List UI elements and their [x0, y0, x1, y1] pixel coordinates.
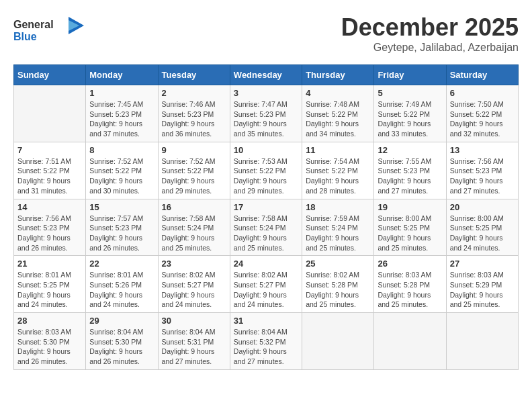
day-info: Sunrise: 7:49 AMSunset: 5:22 PMDaylight:… [378, 99, 442, 139]
day-number: 30 [162, 316, 226, 326]
day-info: Sunrise: 7:58 AMSunset: 5:24 PMDaylight:… [162, 214, 226, 253]
day-info: Sunrise: 7:53 AMSunset: 5:22 PMDaylight:… [234, 156, 298, 196]
calendar-cell: 10Sunrise: 7:53 AMSunset: 5:22 PMDayligh… [230, 142, 302, 199]
day-number: 7 [17, 145, 82, 155]
day-number: 19 [378, 202, 442, 212]
day-number: 12 [378, 145, 442, 155]
day-info: Sunrise: 7:57 AMSunset: 5:23 PMDaylight:… [89, 214, 154, 253]
day-number: 23 [162, 259, 226, 269]
day-number: 5 [378, 88, 442, 98]
title-section: December 2025 Geytepe, Jalilabad, Azerba… [341, 13, 519, 54]
day-info: Sunrise: 7:56 AMSunset: 5:23 PMDaylight:… [450, 156, 515, 196]
day-info: Sunrise: 7:50 AMSunset: 5:22 PMDaylight:… [450, 99, 515, 139]
day-info: Sunrise: 8:02 AMSunset: 5:27 PMDaylight:… [162, 270, 226, 310]
svg-text:Blue: Blue [13, 31, 37, 42]
day-number: 6 [450, 88, 515, 98]
day-info: Sunrise: 8:00 AMSunset: 5:25 PMDaylight:… [378, 214, 442, 253]
calendar-cell [374, 313, 446, 370]
calendar-cell [446, 313, 518, 370]
day-number: 18 [306, 202, 370, 212]
day-number: 31 [234, 316, 298, 326]
calendar-cell [302, 313, 374, 370]
weekday-header-saturday: Saturday [446, 65, 518, 85]
weekday-header-friday: Friday [374, 65, 446, 85]
calendar-cell: 30Sunrise: 8:04 AMSunset: 5:31 PMDayligh… [158, 313, 230, 370]
day-number: 11 [306, 145, 370, 155]
calendar-cell: 6Sunrise: 7:50 AMSunset: 5:22 PMDaylight… [446, 85, 518, 142]
day-info: Sunrise: 8:03 AMSunset: 5:30 PMDaylight:… [17, 327, 82, 367]
day-number: 21 [17, 259, 82, 269]
day-info: Sunrise: 8:02 AMSunset: 5:27 PMDaylight:… [234, 270, 298, 310]
calendar-week-row: 1Sunrise: 7:45 AMSunset: 5:23 PMDaylight… [14, 85, 519, 142]
calendar-table: SundayMondayTuesdayWednesdayThursdayFrid… [13, 64, 519, 370]
calendar-cell: 15Sunrise: 7:57 AMSunset: 5:23 PMDayligh… [86, 199, 158, 256]
weekday-header-sunday: Sunday [14, 65, 86, 85]
calendar-cell: 11Sunrise: 7:54 AMSunset: 5:22 PMDayligh… [302, 142, 374, 199]
day-info: Sunrise: 7:52 AMSunset: 5:22 PMDaylight:… [89, 156, 154, 196]
calendar-cell: 18Sunrise: 7:59 AMSunset: 5:24 PMDayligh… [302, 199, 374, 256]
day-info: Sunrise: 7:45 AMSunset: 5:23 PMDaylight:… [89, 99, 154, 139]
day-info: Sunrise: 8:04 AMSunset: 5:30 PMDaylight:… [89, 327, 154, 367]
weekday-header-tuesday: Tuesday [158, 65, 230, 85]
calendar-cell: 27Sunrise: 8:03 AMSunset: 5:29 PMDayligh… [446, 256, 518, 313]
day-info: Sunrise: 7:59 AMSunset: 5:24 PMDaylight:… [306, 214, 370, 253]
day-number: 13 [450, 145, 515, 155]
day-info: Sunrise: 8:02 AMSunset: 5:28 PMDaylight:… [306, 270, 370, 310]
day-number: 22 [89, 259, 154, 269]
day-number: 2 [162, 88, 226, 98]
calendar-cell: 26Sunrise: 8:03 AMSunset: 5:28 PMDayligh… [374, 256, 446, 313]
day-number: 10 [234, 145, 298, 155]
day-info: Sunrise: 8:03 AMSunset: 5:28 PMDaylight:… [378, 270, 442, 310]
calendar-cell: 7Sunrise: 7:51 AMSunset: 5:22 PMDaylight… [14, 142, 86, 199]
day-info: Sunrise: 7:46 AMSunset: 5:23 PMDaylight:… [162, 99, 226, 139]
day-info: Sunrise: 8:04 AMSunset: 5:31 PMDaylight:… [162, 327, 226, 367]
svg-text:General: General [13, 19, 54, 30]
day-info: Sunrise: 7:47 AMSunset: 5:23 PMDaylight:… [234, 99, 298, 139]
day-number: 4 [306, 88, 370, 98]
day-info: Sunrise: 7:52 AMSunset: 5:22 PMDaylight:… [162, 156, 226, 196]
logo: General Blue [13, 13, 87, 50]
calendar-cell: 31Sunrise: 8:04 AMSunset: 5:32 PMDayligh… [230, 313, 302, 370]
day-number: 26 [378, 259, 442, 269]
day-number: 14 [17, 202, 82, 212]
day-number: 9 [162, 145, 226, 155]
calendar-week-row: 14Sunrise: 7:56 AMSunset: 5:23 PMDayligh… [14, 199, 519, 256]
day-number: 17 [234, 202, 298, 212]
weekday-header-thursday: Thursday [302, 65, 374, 85]
page-header: General Blue December 2025 Geytepe, Jali… [13, 13, 519, 54]
calendar-cell: 8Sunrise: 7:52 AMSunset: 5:22 PMDaylight… [86, 142, 158, 199]
calendar-cell: 24Sunrise: 8:02 AMSunset: 5:27 PMDayligh… [230, 256, 302, 313]
calendar-week-row: 28Sunrise: 8:03 AMSunset: 5:30 PMDayligh… [14, 313, 519, 370]
calendar-cell: 5Sunrise: 7:49 AMSunset: 5:22 PMDaylight… [374, 85, 446, 142]
calendar-cell: 9Sunrise: 7:52 AMSunset: 5:22 PMDaylight… [158, 142, 230, 199]
calendar-cell: 1Sunrise: 7:45 AMSunset: 5:23 PMDaylight… [86, 85, 158, 142]
day-number: 8 [89, 145, 154, 155]
day-number: 1 [89, 88, 154, 98]
day-number: 28 [17, 316, 82, 326]
day-number: 3 [234, 88, 298, 98]
weekday-header-row: SundayMondayTuesdayWednesdayThursdayFrid… [14, 65, 519, 85]
weekday-header-wednesday: Wednesday [230, 65, 302, 85]
day-info: Sunrise: 7:58 AMSunset: 5:24 PMDaylight:… [234, 214, 298, 253]
calendar-cell [14, 85, 86, 142]
calendar-cell: 28Sunrise: 8:03 AMSunset: 5:30 PMDayligh… [14, 313, 86, 370]
day-number: 15 [89, 202, 154, 212]
calendar-cell: 23Sunrise: 8:02 AMSunset: 5:27 PMDayligh… [158, 256, 230, 313]
day-info: Sunrise: 7:54 AMSunset: 5:22 PMDaylight:… [306, 156, 370, 196]
day-info: Sunrise: 7:56 AMSunset: 5:23 PMDaylight:… [17, 214, 82, 253]
calendar-cell: 12Sunrise: 7:55 AMSunset: 5:23 PMDayligh… [374, 142, 446, 199]
day-number: 20 [450, 202, 515, 212]
day-info: Sunrise: 8:01 AMSunset: 5:26 PMDaylight:… [89, 270, 154, 310]
weekday-header-monday: Monday [86, 65, 158, 85]
month-title: December 2025 [341, 13, 519, 42]
calendar-week-row: 7Sunrise: 7:51 AMSunset: 5:22 PMDaylight… [14, 142, 519, 199]
calendar-cell: 19Sunrise: 8:00 AMSunset: 5:25 PMDayligh… [374, 199, 446, 256]
calendar-week-row: 21Sunrise: 8:01 AMSunset: 5:25 PMDayligh… [14, 256, 519, 313]
calendar-cell: 25Sunrise: 8:02 AMSunset: 5:28 PMDayligh… [302, 256, 374, 313]
calendar-cell: 13Sunrise: 7:56 AMSunset: 5:23 PMDayligh… [446, 142, 518, 199]
day-info: Sunrise: 8:00 AMSunset: 5:25 PMDaylight:… [450, 214, 515, 253]
day-info: Sunrise: 8:01 AMSunset: 5:25 PMDaylight:… [17, 270, 82, 310]
day-number: 16 [162, 202, 226, 212]
day-info: Sunrise: 7:55 AMSunset: 5:23 PMDaylight:… [378, 156, 442, 196]
calendar-cell: 21Sunrise: 8:01 AMSunset: 5:25 PMDayligh… [14, 256, 86, 313]
